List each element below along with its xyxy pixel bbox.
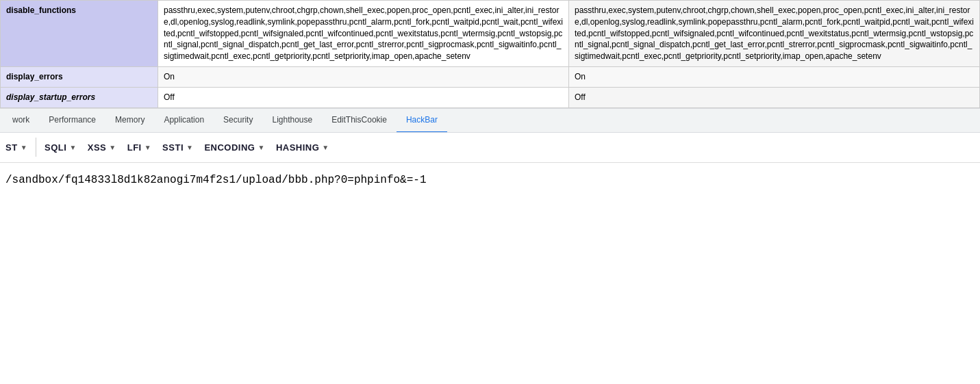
encoding-arrow: ▼ [257, 144, 264, 151]
encoding-label: ENCODING [204, 142, 255, 153]
xss-label: XSS [88, 142, 107, 153]
st-label: ST [5, 142, 18, 153]
encoding-button[interactable]: ENCODING ▼ [199, 140, 270, 155]
row-value2: On [569, 66, 980, 87]
hashing-arrow: ▼ [322, 144, 329, 151]
tab-application[interactable]: Application [154, 108, 214, 133]
row-value1: On [158, 66, 569, 87]
ssti-label: SSTI [162, 142, 184, 153]
devtools-tabs-bar: work Performance Memory Application Secu… [0, 108, 980, 133]
tab-work[interactable]: work [3, 108, 39, 133]
row-value2: Off [569, 87, 980, 107]
row-value1: passthru,exec,system,putenv,chroot,chgrp… [158, 1, 569, 67]
tab-hackbar[interactable]: HackBar [397, 108, 447, 133]
sqli-button[interactable]: SQLI ▼ [39, 140, 82, 155]
lfi-label: LFI [127, 142, 142, 153]
ssti-button[interactable]: SSTI ▼ [157, 140, 199, 155]
hashing-label: HASHING [276, 142, 319, 153]
st-button[interactable]: ST ▼ [0, 140, 33, 155]
row-label: display_errors [1, 66, 158, 87]
tab-security[interactable]: Security [214, 108, 262, 133]
st-arrow: ▼ [21, 144, 27, 151]
toolbar-divider [36, 138, 36, 157]
sqli-label: SQLI [45, 142, 66, 153]
tab-editthiscookie[interactable]: EditThisCookie [322, 108, 397, 133]
row-value2: passthru,exec,system,putenv,chroot,chgrp… [569, 1, 980, 67]
row-label: disable_functions [1, 1, 158, 67]
xss-button[interactable]: XSS ▼ [82, 140, 122, 155]
table-row: display_startup_errors Off Off [1, 87, 980, 107]
tab-lighthouse[interactable]: Lighthouse [262, 108, 322, 133]
hackbar-toolbar: ST ▼ SQLI ▼ XSS ▼ LFI ▼ SSTI ▼ ENCODING … [0, 133, 980, 163]
hashing-button[interactable]: HASHING ▼ [271, 140, 335, 155]
tab-memory[interactable]: Memory [105, 108, 154, 133]
table-row: display_errors On On [1, 66, 980, 87]
tab-performance[interactable]: Performance [39, 108, 105, 133]
lfi-button[interactable]: LFI ▼ [122, 140, 157, 155]
url-bar-section: /sandbox/fq14833l8d1k82anogi7m4f2s1/uplo… [0, 163, 980, 218]
sqli-arrow: ▼ [69, 144, 76, 151]
php-info-table: disable_functions passthru,exec,system,p… [0, 0, 980, 108]
row-value1: Off [158, 87, 569, 107]
xss-arrow: ▼ [109, 144, 116, 151]
ssti-arrow: ▼ [186, 144, 193, 151]
lfi-arrow: ▼ [145, 144, 151, 151]
row-label: display_startup_errors [1, 87, 158, 107]
url-text: /sandbox/fq14833l8d1k82anogi7m4f2s1/uplo… [5, 174, 427, 186]
table-row: disable_functions passthru,exec,system,p… [1, 1, 980, 67]
